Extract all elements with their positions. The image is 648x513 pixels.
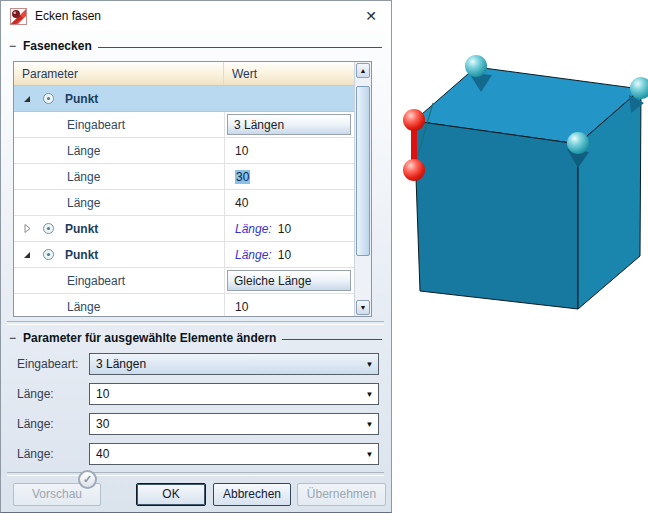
row-label: Eingabeart — [67, 118, 125, 132]
laenge-value[interactable]: 10 — [235, 300, 248, 314]
table-row-laenge-2[interactable]: Länge 30 — [14, 164, 354, 190]
combobox-value: 40 — [96, 447, 109, 461]
row-label: Länge — [67, 170, 100, 184]
corner-handle-red[interactable] — [403, 109, 425, 131]
abbrechen-button[interactable]: Abbrechen — [213, 483, 291, 506]
table-row-laenge-1[interactable]: Länge 10 — [14, 138, 354, 164]
point-icon — [40, 222, 57, 235]
summary-label: Länge: — [235, 248, 272, 262]
collapsed-icon[interactable] — [20, 223, 34, 234]
dropdown-value: 3 Längen — [234, 118, 284, 132]
ecken-fasen-dialog: Ecken fasen ✕ − Fasenecken Parameter Wer… — [0, 0, 392, 513]
point-icon — [40, 92, 57, 105]
table-row-laenge-4[interactable]: Länge 10 — [14, 294, 354, 317]
row-label: Eingabeart — [67, 274, 125, 288]
summary-value: 10 — [278, 222, 291, 236]
chevron-down-icon[interactable]: ▼ — [361, 390, 378, 399]
row-label: Punkt — [65, 92, 98, 106]
combobox-value: 10 — [96, 387, 109, 401]
expanded-icon[interactable] — [20, 94, 34, 104]
section-divider — [7, 321, 384, 325]
window-title: Ecken fasen — [35, 9, 101, 23]
corner-handle-red[interactable] — [403, 159, 425, 181]
laenge1-combobox[interactable]: 10 ▼ — [89, 383, 379, 405]
chevron-down-icon[interactable]: ▼ — [361, 360, 378, 369]
table-row-punkt-2[interactable]: Punkt Länge: 10 — [14, 216, 354, 242]
eingabeart-dropdown[interactable]: Gleiche Länge — [227, 270, 351, 291]
section-parameter-header: − Parameter für ausgewählte Elemente änd… — [9, 331, 382, 345]
corner-handle-teal[interactable] — [465, 55, 487, 77]
table-row-punkt-1[interactable]: Punkt — [14, 86, 354, 112]
row-label: Punkt — [65, 222, 98, 236]
row-label: Länge — [67, 144, 100, 158]
combobox-value: 30 — [96, 417, 109, 431]
summary-value: 10 — [278, 248, 291, 262]
laenge1-field-label: Länge: — [17, 383, 54, 405]
cube-preview — [392, 0, 648, 513]
collapse-icon[interactable]: − — [9, 331, 17, 345]
parameter-table: Parameter Wert Punkt Eingabeart — [13, 61, 372, 317]
cube-front-face — [414, 121, 578, 309]
table-row-eingabeart-2[interactable]: Eingabeart Gleiche Länge — [14, 268, 354, 294]
row-label: Länge — [67, 300, 100, 314]
section-fasenecken-header: − Fasenecken — [9, 39, 382, 53]
dropdown-value: Gleiche Länge — [234, 274, 311, 288]
eingabeart-combobox[interactable]: 3 Längen ▼ — [89, 353, 379, 375]
section-rule — [282, 339, 382, 340]
corner-handle-teal[interactable] — [567, 132, 589, 154]
chevron-down-icon[interactable]: ▼ — [361, 420, 378, 429]
expanded-icon[interactable] — [20, 250, 34, 260]
scrollbar-thumb[interactable] — [356, 86, 370, 256]
table-header: Parameter Wert — [14, 62, 371, 86]
eingabeart-dropdown[interactable]: 3 Längen — [227, 114, 351, 135]
button-divider — [7, 472, 384, 476]
row-label: Punkt — [65, 248, 98, 262]
scroll-up-button[interactable]: ▲ — [356, 63, 370, 78]
section-rule — [98, 47, 382, 48]
column-header-wert[interactable]: Wert — [224, 62, 371, 85]
column-header-parameter[interactable]: Parameter — [14, 62, 224, 85]
table-row-laenge-3[interactable]: Länge 40 — [14, 190, 354, 216]
summary-label: Länge: — [235, 222, 272, 236]
app-icon — [10, 8, 27, 25]
viewport-3d[interactable] — [392, 0, 648, 513]
titlebar[interactable]: Ecken fasen ✕ — [1, 1, 391, 31]
ok-button[interactable]: OK — [136, 483, 206, 506]
close-icon[interactable]: ✕ — [360, 5, 382, 27]
scroll-down-button[interactable]: ▼ — [356, 300, 370, 315]
laenge2-combobox[interactable]: 30 ▼ — [89, 413, 379, 435]
check-badge-icon: ✓ — [78, 470, 97, 489]
eingabeart-field-label: Eingabeart: — [17, 353, 78, 375]
laenge3-combobox[interactable]: 40 ▼ — [89, 443, 379, 465]
row-label: Länge — [67, 196, 100, 210]
table-row-eingabeart-1[interactable]: Eingabeart 3 Längen — [14, 112, 354, 138]
section-label: Parameter für ausgewählte Elemente änder… — [23, 331, 276, 345]
uebernehmen-button[interactable]: Übernehmen — [297, 483, 386, 506]
section-label: Fasenecken — [23, 39, 92, 53]
combobox-value: 3 Längen — [96, 357, 146, 371]
laenge-value[interactable]: 10 — [235, 144, 248, 158]
point-icon — [40, 248, 57, 261]
table-row-punkt-3[interactable]: Punkt Länge: 10 — [14, 242, 354, 268]
vertical-scrollbar[interactable]: ▲ ▼ — [354, 62, 371, 316]
laenge-value[interactable]: 40 — [235, 196, 248, 210]
laenge3-field-label: Länge: — [17, 443, 54, 465]
collapse-icon[interactable]: − — [9, 39, 17, 53]
table-body: Punkt Eingabeart 3 Längen Länge 10 Länge… — [14, 86, 354, 316]
laenge-value-selected[interactable]: 30 — [235, 170, 250, 184]
laenge2-field-label: Länge: — [17, 413, 54, 435]
chevron-down-icon[interactable]: ▼ — [361, 450, 378, 459]
